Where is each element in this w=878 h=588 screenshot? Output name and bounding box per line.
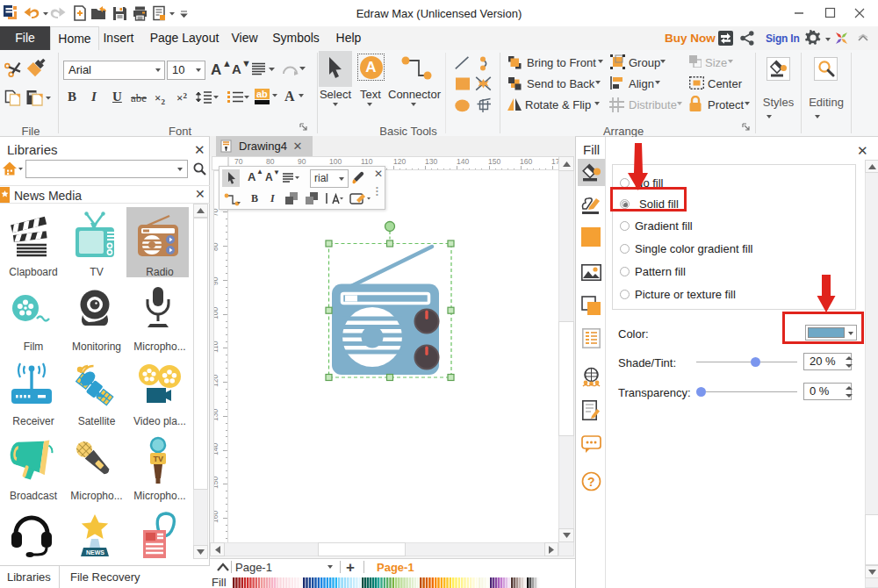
svg-text:?: ? bbox=[587, 475, 595, 489]
svg-text:140: 140 bbox=[214, 443, 220, 455]
svg-text:120: 120 bbox=[214, 375, 220, 387]
svg-text:130: 130 bbox=[214, 409, 220, 421]
svg-text:110: 110 bbox=[214, 341, 220, 353]
svg-text:80: 80 bbox=[214, 242, 220, 251]
svg-text:90: 90 bbox=[298, 157, 306, 166]
svg-text:90: 90 bbox=[214, 276, 220, 285]
svg-text:TV: TV bbox=[154, 455, 164, 463]
svg-text:150: 150 bbox=[488, 157, 500, 166]
svg-text:140: 140 bbox=[457, 157, 469, 166]
svg-text:80: 80 bbox=[266, 157, 275, 166]
svg-text:100: 100 bbox=[329, 157, 342, 166]
svg-text:160: 160 bbox=[520, 157, 532, 166]
svg-text:70: 70 bbox=[234, 157, 243, 166]
svg-text:110: 110 bbox=[361, 157, 373, 166]
svg-text:120: 120 bbox=[393, 157, 406, 166]
svg-text:160: 160 bbox=[214, 511, 220, 523]
svg-text:100: 100 bbox=[214, 307, 220, 319]
svg-text:150: 150 bbox=[214, 477, 220, 489]
svg-text:ab: ab bbox=[256, 89, 268, 99]
svg-text:NEWS: NEWS bbox=[86, 549, 104, 556]
svg-text:130: 130 bbox=[425, 157, 437, 166]
